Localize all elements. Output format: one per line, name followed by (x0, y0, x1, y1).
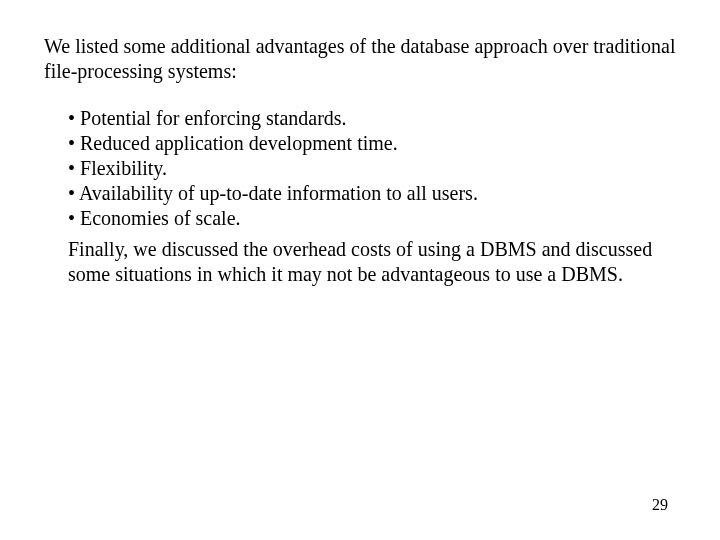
list-item: Economies of scale. (68, 206, 676, 231)
page-number: 29 (652, 496, 668, 514)
list-item: Availability of up-to-date information t… (68, 181, 676, 206)
list-item: Flexibility. (68, 156, 676, 181)
list-item: Potential for enforcing standards. (68, 106, 676, 131)
content-block: Potential for enforcing standards. Reduc… (44, 106, 676, 287)
list-item: Reduced application development time. (68, 131, 676, 156)
closing-paragraph: Finally, we discussed the overhead costs… (68, 237, 676, 287)
intro-paragraph: We listed some additional advantages of … (44, 34, 676, 84)
advantages-list: Potential for enforcing standards. Reduc… (68, 106, 676, 231)
